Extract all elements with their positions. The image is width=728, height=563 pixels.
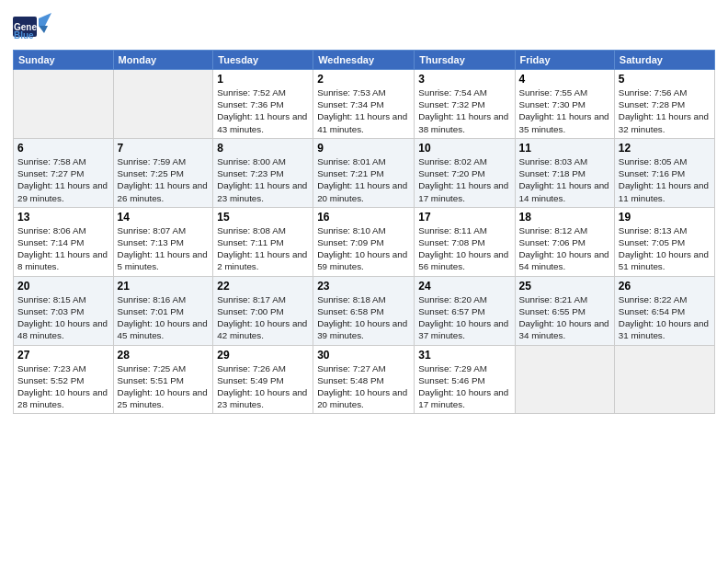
day-number: 28 (118, 349, 210, 362)
calendar-cell: 27Sunrise: 7:23 AMSunset: 5:52 PMDayligh… (14, 345, 114, 414)
day-number: 24 (418, 280, 510, 293)
day-number: 3 (418, 73, 510, 86)
calendar-cell: 29Sunrise: 7:26 AMSunset: 5:49 PMDayligh… (213, 345, 313, 414)
calendar-cell: 19Sunrise: 8:13 AMSunset: 7:05 PMDayligh… (614, 207, 714, 276)
day-info: Sunrise: 7:27 AMSunset: 5:48 PMDaylight:… (317, 362, 410, 411)
svg-text:Blue: Blue (14, 30, 34, 40)
calendar-cell: 24Sunrise: 8:20 AMSunset: 6:57 PMDayligh… (415, 276, 515, 345)
calendar-cell (515, 345, 614, 414)
day-info: Sunrise: 7:58 AMSunset: 7:27 PMDaylight:… (17, 155, 109, 204)
day-info: Sunrise: 8:13 AMSunset: 7:05 PMDaylight:… (619, 224, 711, 273)
day-info: Sunrise: 7:55 AMSunset: 7:30 PMDaylight:… (519, 86, 610, 135)
day-number: 9 (317, 142, 410, 155)
day-number: 12 (619, 142, 711, 155)
day-info: Sunrise: 7:54 AMSunset: 7:32 PMDaylight:… (418, 86, 510, 135)
day-number: 21 (118, 280, 210, 293)
calendar-cell: 7Sunrise: 7:59 AMSunset: 7:25 PMDaylight… (113, 138, 213, 207)
calendar-cell: 18Sunrise: 8:12 AMSunset: 7:06 PMDayligh… (515, 207, 614, 276)
calendar-cell (614, 345, 714, 414)
day-info: Sunrise: 7:56 AMSunset: 7:28 PMDaylight:… (619, 86, 711, 135)
calendar-cell: 22Sunrise: 8:17 AMSunset: 7:00 PMDayligh… (213, 276, 313, 345)
day-number: 18 (519, 211, 610, 224)
calendar-cell: 5Sunrise: 7:56 AMSunset: 7:28 PMDaylight… (614, 70, 714, 139)
calendar-cell: 30Sunrise: 7:27 AMSunset: 5:48 PMDayligh… (313, 345, 415, 414)
logo: General Blue (13, 9, 51, 44)
day-number: 2 (317, 73, 410, 86)
calendar-cell: 15Sunrise: 8:08 AMSunset: 7:11 PMDayligh… (213, 207, 313, 276)
day-info: Sunrise: 8:16 AMSunset: 7:01 PMDaylight:… (118, 293, 210, 342)
calendar-cell: 13Sunrise: 8:06 AMSunset: 7:14 PMDayligh… (14, 207, 114, 276)
day-number: 11 (519, 142, 610, 155)
calendar-cell: 1Sunrise: 7:52 AMSunset: 7:36 PMDaylight… (213, 70, 313, 139)
calendar-cell: 4Sunrise: 7:55 AMSunset: 7:30 PMDaylight… (515, 70, 614, 139)
calendar-cell: 23Sunrise: 8:18 AMSunset: 6:58 PMDayligh… (313, 276, 415, 345)
calendar-week-4: 20Sunrise: 8:15 AMSunset: 7:03 PMDayligh… (14, 276, 715, 345)
logo-icon: General Blue (13, 9, 51, 44)
day-info: Sunrise: 7:26 AMSunset: 5:49 PMDaylight:… (217, 362, 309, 411)
day-info: Sunrise: 8:02 AMSunset: 7:20 PMDaylight:… (418, 155, 510, 204)
day-number: 29 (217, 349, 309, 362)
calendar-cell: 14Sunrise: 8:07 AMSunset: 7:13 PMDayligh… (113, 207, 213, 276)
day-number: 13 (17, 211, 109, 224)
calendar-week-2: 6Sunrise: 7:58 AMSunset: 7:27 PMDaylight… (14, 138, 715, 207)
day-info: Sunrise: 8:22 AMSunset: 6:54 PMDaylight:… (619, 293, 711, 342)
day-number: 16 (317, 211, 410, 224)
day-number: 7 (118, 142, 210, 155)
calendar-cell: 12Sunrise: 8:05 AMSunset: 7:16 PMDayligh… (614, 138, 714, 207)
day-info: Sunrise: 8:00 AMSunset: 7:23 PMDaylight:… (217, 155, 309, 204)
day-number: 30 (317, 349, 410, 362)
day-info: Sunrise: 7:59 AMSunset: 7:25 PMDaylight:… (118, 155, 210, 204)
day-info: Sunrise: 8:17 AMSunset: 7:00 PMDaylight:… (217, 293, 309, 342)
day-info: Sunrise: 8:21 AMSunset: 6:55 PMDaylight:… (519, 293, 610, 342)
calendar-cell (113, 70, 213, 139)
calendar-cell: 28Sunrise: 7:25 AMSunset: 5:51 PMDayligh… (113, 345, 213, 414)
calendar-cell: 10Sunrise: 8:02 AMSunset: 7:20 PMDayligh… (415, 138, 515, 207)
day-info: Sunrise: 8:20 AMSunset: 6:57 PMDaylight:… (418, 293, 510, 342)
calendar-cell: 25Sunrise: 8:21 AMSunset: 6:55 PMDayligh… (515, 276, 614, 345)
day-number: 25 (519, 280, 610, 293)
day-number: 27 (17, 349, 109, 362)
calendar-cell: 26Sunrise: 8:22 AMSunset: 6:54 PMDayligh… (614, 276, 714, 345)
calendar-week-3: 13Sunrise: 8:06 AMSunset: 7:14 PMDayligh… (14, 207, 715, 276)
calendar-cell: 8Sunrise: 8:00 AMSunset: 7:23 PMDaylight… (213, 138, 313, 207)
calendar-cell: 6Sunrise: 7:58 AMSunset: 7:27 PMDaylight… (14, 138, 114, 207)
calendar-week-1: 1Sunrise: 7:52 AMSunset: 7:36 PMDaylight… (14, 70, 715, 139)
weekday-header-sunday: Sunday (14, 51, 114, 70)
day-number: 15 (217, 211, 309, 224)
calendar-cell: 31Sunrise: 7:29 AMSunset: 5:46 PMDayligh… (415, 345, 515, 414)
calendar-week-5: 27Sunrise: 7:23 AMSunset: 5:52 PMDayligh… (14, 345, 715, 414)
day-info: Sunrise: 8:12 AMSunset: 7:06 PMDaylight:… (519, 224, 610, 273)
calendar-cell (14, 70, 114, 139)
calendar-cell: 17Sunrise: 8:11 AMSunset: 7:08 PMDayligh… (415, 207, 515, 276)
day-number: 8 (217, 142, 309, 155)
day-info: Sunrise: 7:23 AMSunset: 5:52 PMDaylight:… (17, 362, 109, 411)
weekday-header-saturday: Saturday (614, 51, 714, 70)
day-number: 5 (619, 73, 711, 86)
day-number: 1 (217, 73, 309, 86)
day-info: Sunrise: 7:29 AMSunset: 5:46 PMDaylight:… (418, 362, 510, 411)
day-info: Sunrise: 8:03 AMSunset: 7:18 PMDaylight:… (519, 155, 610, 204)
day-number: 4 (519, 73, 610, 86)
day-number: 31 (418, 349, 510, 362)
day-info: Sunrise: 7:25 AMSunset: 5:51 PMDaylight:… (118, 362, 210, 411)
day-info: Sunrise: 8:18 AMSunset: 6:58 PMDaylight:… (317, 293, 410, 342)
day-info: Sunrise: 8:05 AMSunset: 7:16 PMDaylight:… (619, 155, 711, 204)
day-info: Sunrise: 8:06 AMSunset: 7:14 PMDaylight:… (17, 224, 109, 273)
day-number: 22 (217, 280, 309, 293)
svg-marker-3 (39, 13, 51, 26)
day-number: 19 (619, 211, 711, 224)
calendar-cell: 9Sunrise: 8:01 AMSunset: 7:21 PMDaylight… (313, 138, 415, 207)
day-number: 14 (118, 211, 210, 224)
weekday-header-thursday: Thursday (415, 51, 515, 70)
day-number: 17 (418, 211, 510, 224)
day-number: 26 (619, 280, 711, 293)
weekday-header-monday: Monday (113, 51, 213, 70)
day-info: Sunrise: 7:52 AMSunset: 7:36 PMDaylight:… (217, 86, 309, 135)
day-info: Sunrise: 8:11 AMSunset: 7:08 PMDaylight:… (418, 224, 510, 273)
day-number: 20 (17, 280, 109, 293)
calendar-cell: 2Sunrise: 7:53 AMSunset: 7:34 PMDaylight… (313, 70, 415, 139)
day-number: 10 (418, 142, 510, 155)
day-info: Sunrise: 8:08 AMSunset: 7:11 PMDaylight:… (217, 224, 309, 273)
weekday-header-friday: Friday (515, 51, 614, 70)
calendar-cell: 20Sunrise: 8:15 AMSunset: 7:03 PMDayligh… (14, 276, 114, 345)
